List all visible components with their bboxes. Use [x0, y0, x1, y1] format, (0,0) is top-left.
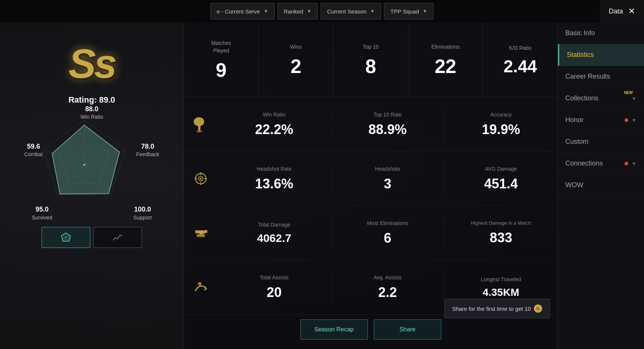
accuracy-stat: Accuracy 19.9% — [444, 107, 557, 141]
stats-row-1: Win Ratio 22.2% Top 10 Rate 88.9% Accura… — [184, 97, 557, 152]
main-content: Ss Rating: 89.0 88.0 Win Ratio 78.0 Feed… — [0, 22, 644, 349]
rating-prefix: Rating: — [69, 95, 97, 104]
line-tab[interactable] — [93, 227, 142, 248]
share-tooltip: Share for the first time to get 10 G — [444, 299, 550, 318]
right-item-statistics[interactable]: Statistics — [558, 44, 644, 66]
right-item-wow[interactable]: WOW — [558, 174, 644, 196]
stats-row-3: Total Damage 4062.7 Most Eliminations 6 … — [184, 206, 557, 260]
stat-wins-value: 2 — [290, 57, 301, 76]
right-item-career-results[interactable]: Career Results — [558, 66, 644, 88]
stat-wins-label: Wins — [290, 43, 302, 51]
headshot-rate-label: Headshot Rate — [257, 166, 291, 172]
season-recap-button[interactable]: Season Recap — [300, 319, 368, 340]
server-chevron-icon: ▼ — [264, 9, 268, 14]
win-ratio-stat: Win Ratio 22.2% — [218, 107, 331, 141]
stat-kd-value: 2.44 — [504, 58, 537, 75]
top-bar: e - Current Serve ▼ Ranked ▼ Current Sea… — [0, 0, 644, 22]
crosshair-icon — [184, 169, 218, 188]
rating-display: Rating: 89.0 — [69, 95, 115, 105]
svg-marker-8 — [52, 125, 120, 194]
top-stats-row: MatchesPlayed 9 Wins 2 Top 10 8 Eliminat… — [184, 22, 557, 97]
stat-matches-played: MatchesPlayed 9 — [184, 22, 259, 97]
svg-point-18 — [200, 178, 202, 180]
server-dropdown[interactable]: e - Current Serve ▼ — [211, 3, 275, 19]
win-ratio-label: Win Ratio — [263, 111, 285, 118]
assist-icon — [184, 278, 218, 297]
coin-icon: G — [534, 304, 542, 313]
collections-chevron-icon: ▼ — [631, 95, 637, 101]
chicken-icon — [184, 115, 218, 134]
stat-top10-label: Top 10 — [363, 43, 378, 51]
headshots-stat: Headshots 3 — [331, 162, 445, 195]
close-icon: ✕ — [628, 6, 635, 16]
radar-chart: 88.0 Win Ratio 78.0 Feedback 100.0 Suppo… — [28, 109, 155, 221]
left-panel: Ss Rating: 89.0 88.0 Win Ratio 78.0 Feed… — [0, 22, 184, 349]
honor-label: Honor — [565, 116, 584, 124]
mode-chevron-icon: ▼ — [307, 9, 311, 14]
basic-info-label: Basic Info — [565, 29, 595, 37]
svg-rect-25 — [197, 234, 205, 237]
headshots-value: 3 — [384, 176, 391, 192]
stat-matches-label: MatchesPlayed — [211, 40, 231, 54]
stat-top10: Top 10 8 — [333, 22, 408, 97]
headshots-label: Headshots — [375, 166, 400, 172]
svg-point-15 — [196, 130, 202, 133]
avg-damage-label: AVG Damage — [485, 166, 517, 172]
line-tab-icon — [112, 232, 123, 243]
total-assists-label: Total Assists — [260, 274, 288, 281]
most-elim-label: Most Eliminations — [367, 220, 408, 227]
top10-rate-label: Top 10 Rate — [374, 111, 402, 118]
longest-traveled-value: 4.35KM — [483, 286, 519, 298]
season-label: Current Season — [327, 8, 366, 15]
avg-damage-value: 451.4 — [484, 176, 518, 192]
row-3-stats: Total Damage 4062.7 Most Eliminations 6 … — [218, 216, 557, 250]
mode-label: Ranked — [284, 8, 303, 15]
total-damage-value: 4062.7 — [257, 232, 291, 245]
radar-svg — [36, 116, 133, 206]
stat-elim-label: Eliminations — [431, 43, 459, 51]
mode-dropdown[interactable]: Ranked ▼ — [278, 3, 318, 19]
share-button[interactable]: Share — [374, 319, 441, 340]
total-damage-stat: Total Damage 4062.7 — [218, 216, 331, 250]
win-ratio-value: 22.2% — [255, 122, 293, 137]
total-assists-value: 20 — [267, 285, 282, 300]
right-panel: Basic Info Statistics Career Results NEW… — [558, 22, 644, 349]
squad-chevron-icon: ▼ — [423, 9, 427, 14]
accuracy-value: 19.9% — [482, 122, 520, 137]
total-damage-label: Total Damage — [258, 221, 290, 228]
wow-label: WOW — [565, 181, 583, 189]
right-item-basic-info[interactable]: Basic Info — [558, 22, 644, 44]
career-results-label: Career Results — [565, 73, 610, 81]
avg-assists-label: Avg. Assists — [374, 274, 402, 281]
right-item-connections[interactable]: Connections ▼ — [558, 153, 644, 174]
season-chevron-icon: ▼ — [370, 9, 375, 14]
radar-feedback: 78.0 Feedback — [136, 142, 159, 158]
data-close-button[interactable]: Data ✕ — [600, 0, 644, 22]
highest-damage-value: 833 — [490, 230, 512, 246]
row-1-stats: Win Ratio 22.2% Top 10 Rate 88.9% Accura… — [218, 107, 557, 141]
svg-point-26 — [198, 282, 202, 286]
honor-red-dot — [625, 118, 628, 122]
highest-damage-stat: Highest Damage in a Match 833 — [444, 216, 557, 250]
right-item-honor[interactable]: Honor ▼ — [558, 109, 644, 131]
stat-elim-value: 22 — [435, 57, 456, 76]
radar-survived: 95.0 Survived — [32, 205, 52, 221]
svg-point-9 — [83, 164, 85, 166]
season-dropdown[interactable]: Current Season ▼ — [321, 3, 381, 19]
highest-damage-label: Highest Damage in a Match — [471, 220, 531, 227]
right-item-custom[interactable]: Custom — [558, 131, 644, 153]
stat-wins: Wins 2 — [259, 22, 334, 97]
chart-tabs — [42, 227, 142, 248]
radar-tab[interactable] — [42, 227, 90, 248]
most-elim-value: 6 — [384, 230, 391, 246]
right-item-collections[interactable]: NEW Collections ▼ — [558, 88, 644, 109]
squad-dropdown[interactable]: TPP Squad ▼ — [384, 3, 433, 19]
avg-damage-stat: AVG Damage 451.4 — [444, 162, 557, 195]
statistics-label: Statistics — [567, 51, 594, 59]
stats-panel: MatchesPlayed 9 Wins 2 Top 10 8 Eliminat… — [184, 22, 558, 349]
bottom-actions: Season Recap Share Share for the first t… — [184, 315, 557, 345]
total-assists-stat: Total Assists 20 — [218, 270, 331, 304]
svg-point-12 — [65, 237, 67, 238]
rating-value: 89.0 — [99, 95, 115, 104]
avg-assists-stat: Avg. Assists 2.2 — [331, 270, 445, 304]
